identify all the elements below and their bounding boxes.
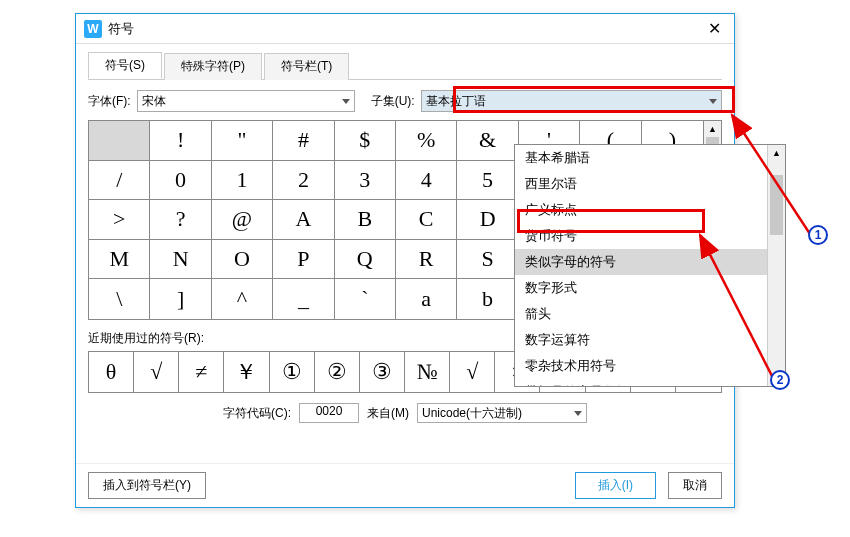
recent-cell[interactable]: √ — [450, 352, 495, 392]
font-subset-row: 字体(F): 宋体 子集(U): 基本拉丁语 — [88, 90, 722, 112]
char-cell[interactable]: A — [273, 200, 334, 240]
char-cell[interactable]: M — [89, 240, 150, 280]
char-cell[interactable]: R — [396, 240, 457, 280]
tab-symbol[interactable]: 符号(S) — [88, 52, 162, 79]
dropdown-item[interactable]: 类似字母的符号 — [515, 249, 767, 275]
from-select-value: Unicode(十六进制) — [422, 405, 522, 422]
chevron-down-icon — [574, 411, 582, 416]
dropdown-item[interactable]: 数字形式 — [515, 275, 767, 301]
recent-cell[interactable]: ￥ — [224, 352, 269, 392]
char-cell[interactable]: > — [89, 200, 150, 240]
subset-select[interactable]: 基本拉丁语 — [421, 90, 722, 112]
dropdown-scrollbar[interactable]: ▲ ▼ — [767, 145, 785, 386]
char-cell[interactable]: ! — [150, 121, 211, 161]
char-cell[interactable]: _ — [273, 279, 334, 319]
char-cell[interactable]: B — [335, 200, 396, 240]
app-icon: W — [84, 20, 102, 38]
char-cell[interactable]: " — [212, 121, 273, 161]
char-cell[interactable]: @ — [212, 200, 273, 240]
from-label: 来自(M) — [367, 405, 409, 422]
char-cell[interactable]: $ — [335, 121, 396, 161]
insert-to-bar-button[interactable]: 插入到符号栏(Y) — [88, 472, 206, 499]
tab-bar: 符号(S) 特殊字符(P) 符号栏(T) — [88, 52, 722, 80]
scroll-up-icon[interactable]: ▲ — [704, 121, 721, 137]
char-cell[interactable]: S — [457, 240, 518, 280]
dropdown-item[interactable]: 货币符号 — [515, 223, 767, 249]
recent-cell[interactable]: № — [405, 352, 450, 392]
bottom-bar: 插入到符号栏(Y) 插入(I) 取消 — [76, 463, 734, 507]
symbol-dialog: W 符号 ✕ 符号(S) 特殊字符(P) 符号栏(T) 字体(F): 宋体 子集… — [75, 13, 735, 508]
insert-button[interactable]: 插入(I) — [575, 472, 656, 499]
subset-label: 子集(U): — [371, 93, 415, 110]
char-cell[interactable]: % — [396, 121, 457, 161]
char-cell[interactable]: & — [457, 121, 518, 161]
subset-dropdown: 基本希腊语西里尔语广义标点货币符号类似字母的符号数字形式箭头数字运算符零杂技术用… — [514, 144, 786, 387]
dropdown-item[interactable]: 带括号的字母数组 — [515, 379, 767, 386]
recent-cell[interactable]: θ — [89, 352, 134, 392]
chevron-down-icon — [709, 99, 717, 104]
tab-bar[interactable]: 符号栏(T) — [264, 53, 349, 80]
char-cell[interactable]: P — [273, 240, 334, 280]
recent-cell[interactable]: ≠ — [179, 352, 224, 392]
chevron-down-icon — [342, 99, 350, 104]
recent-cell[interactable]: ② — [315, 352, 360, 392]
scroll-thumb[interactable] — [770, 175, 783, 235]
char-cell[interactable]: a — [396, 279, 457, 319]
cancel-button[interactable]: 取消 — [668, 472, 722, 499]
callout-1: 1 — [808, 225, 828, 245]
close-button[interactable]: ✕ — [694, 14, 734, 44]
char-cell[interactable]: D — [457, 200, 518, 240]
char-cell[interactable]: ] — [150, 279, 211, 319]
char-cell[interactable]: b — [457, 279, 518, 319]
font-select-value: 宋体 — [142, 93, 166, 110]
code-input[interactable]: 0020 — [299, 403, 359, 423]
char-cell[interactable]: 1 — [212, 161, 273, 201]
char-cell[interactable]: ^ — [212, 279, 273, 319]
recent-cell[interactable]: ① — [270, 352, 315, 392]
code-label: 字符代码(C): — [223, 405, 291, 422]
from-select[interactable]: Unicode(十六进制) — [417, 403, 587, 423]
dialog-title: 符号 — [108, 20, 694, 38]
dropdown-item[interactable]: 西里尔语 — [515, 171, 767, 197]
scroll-track[interactable] — [768, 161, 785, 370]
char-cell[interactable]: Q — [335, 240, 396, 280]
char-cell[interactable]: 3 — [335, 161, 396, 201]
char-cell[interactable] — [89, 121, 150, 161]
char-cell[interactable]: 0 — [150, 161, 211, 201]
dropdown-item[interactable]: 基本希腊语 — [515, 145, 767, 171]
char-cell[interactable]: N — [150, 240, 211, 280]
callout-2: 2 — [770, 370, 790, 390]
char-cell[interactable]: / — [89, 161, 150, 201]
recent-cell[interactable]: ③ — [360, 352, 405, 392]
close-icon: ✕ — [708, 19, 721, 38]
char-cell[interactable]: 4 — [396, 161, 457, 201]
char-cell[interactable]: \ — [89, 279, 150, 319]
char-cell[interactable]: O — [212, 240, 273, 280]
dropdown-item[interactable]: 数字运算符 — [515, 327, 767, 353]
code-row: 字符代码(C): 0020 来自(M) Unicode(十六进制) — [88, 403, 722, 423]
char-cell[interactable]: 2 — [273, 161, 334, 201]
dropdown-item[interactable]: 箭头 — [515, 301, 767, 327]
subset-select-value: 基本拉丁语 — [426, 93, 486, 110]
char-cell[interactable]: # — [273, 121, 334, 161]
recent-cell[interactable]: √ — [134, 352, 179, 392]
char-cell[interactable]: 5 — [457, 161, 518, 201]
titlebar: W 符号 ✕ — [76, 14, 734, 44]
dropdown-item[interactable]: 广义标点 — [515, 197, 767, 223]
char-cell[interactable]: ` — [335, 279, 396, 319]
scroll-up-icon[interactable]: ▲ — [768, 145, 785, 161]
font-select[interactable]: 宋体 — [137, 90, 355, 112]
tab-special[interactable]: 特殊字符(P) — [164, 53, 262, 80]
char-cell[interactable]: C — [396, 200, 457, 240]
char-cell[interactable]: ? — [150, 200, 211, 240]
dropdown-item[interactable]: 零杂技术用符号 — [515, 353, 767, 379]
font-label: 字体(F): — [88, 93, 131, 110]
